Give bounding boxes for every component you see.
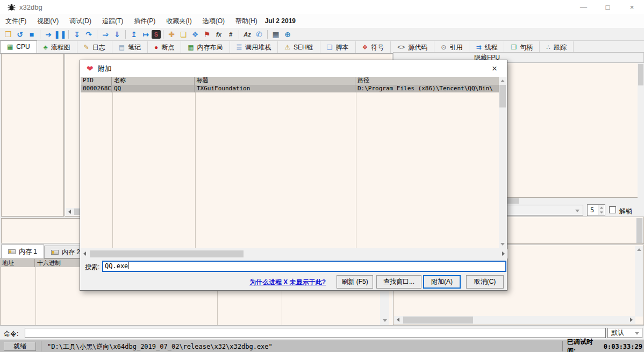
table-column-divider (112, 92, 113, 248)
menu-item-3[interactable]: 追踪(T) (97, 14, 128, 28)
tab-handles[interactable]: ❒句柄 (504, 41, 540, 53)
dialog-close-button[interactable]: × (486, 60, 503, 77)
why-process-missing-link[interactable]: 为什么进程 X 未显示于此? (249, 278, 326, 287)
tab-cpu[interactable]: ▦CPU (0, 40, 37, 53)
table-hscrollbar[interactable] (81, 249, 507, 258)
scroll-up-arrow[interactable] (635, 246, 643, 253)
tab-trace[interactable]: ∴跟踪 (540, 41, 574, 53)
call-stack-icon: ☰ (237, 44, 242, 51)
step-into-icon[interactable]: ↧ (71, 29, 83, 39)
close-button[interactable]: × (620, 0, 644, 14)
scroll-right-arrow[interactable] (499, 250, 507, 257)
title-bar: x32dbg — □ × (0, 0, 644, 14)
menu-item-6[interactable]: 选项(O) (197, 14, 230, 28)
step-over-icon[interactable]: ↷ (83, 29, 95, 39)
unlock-checkbox[interactable] (609, 206, 616, 213)
calculator-icon[interactable]: ▦ (270, 29, 282, 39)
menu-item-2[interactable]: 调试(D) (64, 14, 97, 28)
function-icon[interactable]: fx (213, 29, 225, 39)
stack-hscrollbar[interactable] (394, 316, 635, 324)
tab-breakpoints[interactable]: ●断点 (148, 41, 181, 53)
trace-into-icon[interactable]: ⇒ (99, 29, 111, 39)
dump-header-0[interactable]: 地址 (0, 258, 35, 267)
scroll-thumb[interactable] (499, 85, 506, 107)
tab-graph[interactable]: ♣流程图 (37, 41, 77, 53)
label-icon[interactable]: ❖ (189, 29, 201, 39)
minimize-button[interactable]: — (571, 0, 596, 14)
phone-icon[interactable]: ✆ (253, 29, 265, 39)
trace-over-icon[interactable]: ⇓ (111, 29, 123, 39)
process-table-body[interactable] (81, 77, 500, 248)
scroll-right-arrow[interactable] (627, 316, 635, 324)
strings-icon[interactable]: Az (241, 29, 253, 39)
run-to-user-code-icon[interactable]: ↦ (140, 29, 152, 39)
pause-icon[interactable]: ❚❚ (54, 29, 66, 39)
execute-till-return-icon[interactable]: ↥ (128, 29, 140, 39)
scroll-left-arrow[interactable] (66, 208, 74, 215)
menu-item-1[interactable]: 视图(V) (32, 14, 64, 28)
tab-symbols[interactable]: ❖符号 (356, 41, 391, 53)
tab-log[interactable]: ✎日志 (77, 41, 112, 53)
breakpoint-dot-icon: ● (154, 44, 158, 51)
tab-notes[interactable]: ▤笔记 (112, 41, 148, 53)
disassembly-sidebar-panel[interactable] (1, 54, 64, 217)
process-column-header-标题[interactable]: 标题 (195, 77, 355, 85)
open-file-icon[interactable]: ❒ (2, 29, 14, 39)
tab-seh[interactable]: ⚠SEH链 (278, 41, 320, 53)
scroll-thumb[interactable] (636, 218, 642, 243)
stop-icon[interactable]: ■ (26, 29, 38, 39)
memory-tab-label: 内存 1 (19, 247, 37, 256)
restart-icon[interactable]: ↺ (14, 29, 26, 39)
tab-source[interactable]: <>源代码 (391, 41, 434, 53)
memory-tab-1[interactable]: 内存 1 (1, 245, 44, 258)
status-ready-badge: 就绪 (4, 342, 36, 351)
attach-dialog-titlebar[interactable]: ❤ 附加 × (80, 60, 507, 77)
process-table-selected-row[interactable]: 0000268CQQTXGuiFoundationD:\Program File… (81, 85, 499, 92)
attach-button[interactable]: 附加(A) (423, 275, 461, 289)
window-controls: — □ × (571, 0, 644, 14)
find-window-button[interactable]: 查找窗口... (376, 275, 421, 289)
rows-spinner[interactable]: 5 (587, 204, 605, 216)
table-vscrollbar[interactable] (499, 77, 506, 248)
menu-item-0[interactable]: 文件(F) (0, 14, 32, 28)
scroll-thumb[interactable] (638, 64, 643, 85)
tab-script[interactable]: ❏脚本 (320, 41, 356, 53)
registers-vscrollbar[interactable] (638, 63, 644, 198)
scroll-down-arrow[interactable] (499, 240, 506, 248)
menu-items: 文件(F)视图(V)调试(D)追踪(T)插件(P)收藏夹(I)选项(O)帮助(H… (0, 14, 263, 28)
menu-item-7[interactable]: 帮助(H) (230, 14, 263, 28)
comment-icon[interactable]: ❏ (177, 29, 189, 39)
process-column-header-名称[interactable]: 名称 (112, 77, 195, 85)
process-column-header-pid[interactable]: PID (81, 77, 112, 85)
hash-icon[interactable]: # (225, 29, 237, 39)
scroll-left-arrow[interactable] (81, 250, 89, 257)
refresh-button[interactable]: 刷新 (F5) (337, 275, 373, 289)
command-profile-combo[interactable]: 默认 (607, 328, 642, 338)
scroll-up-arrow[interactable] (499, 77, 506, 84)
search-input[interactable]: QQ.exe (102, 261, 506, 272)
run-icon[interactable]: ➔ (42, 29, 54, 39)
bookmark-icon[interactable]: ⚑ (201, 29, 213, 39)
tab-references[interactable]: ⊙引用 (434, 41, 469, 53)
scroll-down-arrow[interactable] (381, 317, 389, 324)
world-icon[interactable]: ⊕ (282, 29, 294, 39)
menu-item-5[interactable]: 收藏夹(I) (161, 14, 197, 28)
process-column-header-路径[interactable]: 路径 (355, 77, 499, 85)
maximize-button[interactable]: □ (596, 0, 620, 14)
cancel-button[interactable]: 取消(C) (466, 275, 504, 289)
scroll-left-arrow[interactable] (394, 316, 402, 324)
spinner-arrows[interactable] (598, 205, 604, 215)
scroll-thumb[interactable] (90, 250, 244, 257)
menu-item-4[interactable]: 插件(P) (128, 14, 161, 28)
patch-icon[interactable]: ✚ (166, 29, 177, 39)
tab-call-stack[interactable]: ☰调用堆栈 (230, 41, 278, 53)
tab-memory-map[interactable]: ▦内存布局 (181, 41, 230, 53)
stack-vscrollbar[interactable] (635, 246, 643, 317)
tab-label: 笔记 (128, 43, 141, 52)
command-input[interactable] (25, 328, 606, 338)
watch-vscrollbar[interactable] (636, 218, 643, 243)
settings-badge-icon[interactable]: S (152, 30, 161, 39)
scroll-thumb[interactable] (403, 317, 473, 324)
rows-spinner-value: 5 (590, 206, 594, 214)
tab-threads[interactable]: ⇉线程 (469, 41, 504, 53)
